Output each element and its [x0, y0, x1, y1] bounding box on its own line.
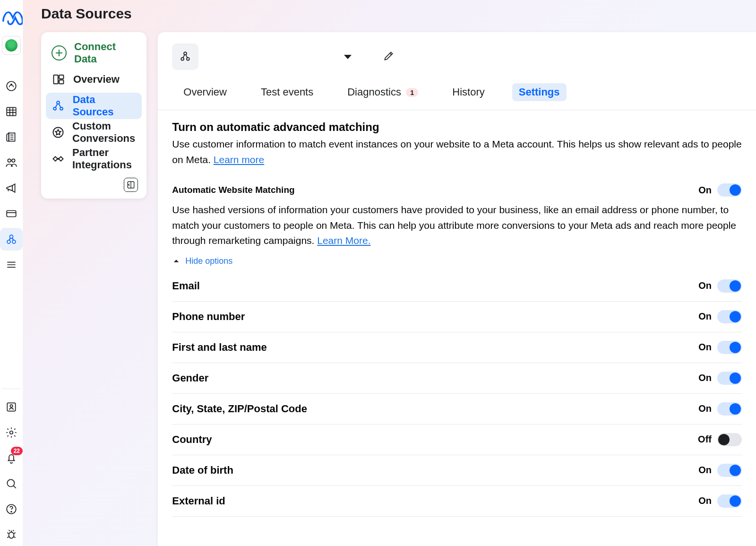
sidebar-item-label: Connect Data: [74, 41, 136, 65]
option-toggle-label: On: [698, 465, 712, 476]
option-row: City, State, ZIP/Postal CodeOn: [172, 394, 742, 425]
sidebar-item-label: Custom Conversions: [72, 120, 136, 145]
rail-events-icon[interactable]: [0, 228, 23, 251]
svg-rect-5: [7, 211, 16, 217]
svg-point-8: [12, 240, 16, 243]
option-toggle[interactable]: [717, 494, 742, 508]
rail-news-icon[interactable]: [0, 126, 23, 148]
svg-point-0: [7, 81, 16, 91]
sidebar-item-data-sources[interactable]: Data Sources: [46, 93, 142, 119]
option-label: City, State, ZIP/Postal Code: [172, 403, 307, 415]
svg-point-1: [11, 84, 12, 85]
matching-toggle[interactable]: [717, 183, 742, 197]
option-toggle[interactable]: [717, 433, 742, 446]
option-toggle-label: On: [698, 403, 712, 414]
option-row: Phone numberOn: [172, 302, 742, 332]
edit-button[interactable]: [383, 50, 395, 64]
option-row: GenderOn: [172, 363, 742, 394]
matching-subhead: Automatic Website Matching: [172, 185, 294, 195]
rail-bug-icon[interactable]: [0, 523, 23, 546]
option-toggle[interactable]: [717, 341, 742, 354]
section-subtitle: Use customer information to match event …: [172, 137, 742, 167]
svg-point-6: [10, 235, 13, 238]
dropdown-caret[interactable]: [344, 55, 352, 59]
rail-notifications-icon[interactable]: 22: [0, 447, 23, 469]
learn-more-link[interactable]: Learn more: [214, 154, 264, 165]
account-avatar[interactable]: [2, 36, 21, 55]
sidebar-item-custom-conversions[interactable]: Custom Conversions: [46, 119, 142, 146]
svg-point-11: [10, 431, 13, 434]
rail-table-icon[interactable]: [0, 100, 23, 123]
option-row: EmailOn: [172, 271, 742, 302]
overview-icon: [52, 72, 66, 87]
collapse-sidebar-button[interactable]: [124, 178, 138, 192]
pencil-icon: [383, 50, 395, 62]
tab-label: Test events: [261, 86, 313, 98]
plus-circle-icon: [52, 45, 67, 61]
meta-logo-icon[interactable]: [0, 7, 23, 29]
rail-search-icon[interactable]: [0, 472, 23, 495]
option-toggle[interactable]: [717, 402, 742, 416]
option-row: External idOn: [172, 486, 742, 517]
rail-menu-icon[interactable]: [0, 253, 23, 276]
tab-settings[interactable]: Settings: [512, 83, 567, 101]
tab-diagnostics[interactable]: Diagnostics1: [341, 83, 425, 101]
option-row: Date of birthOn: [172, 455, 742, 486]
option-label: Phone number: [172, 311, 245, 323]
option-label: First and last name: [172, 341, 267, 354]
option-toggle[interactable]: [717, 372, 742, 385]
svg-rect-16: [54, 75, 58, 84]
option-label: Gender: [172, 372, 208, 384]
svg-point-3: [8, 159, 11, 162]
star-circle-icon: [52, 125, 65, 139]
sidebar-item-connect-data[interactable]: Connect Data: [46, 40, 142, 66]
rail-megaphone-icon[interactable]: [0, 177, 23, 199]
tab-history[interactable]: History: [446, 83, 491, 101]
svg-point-14: [11, 511, 12, 512]
chevron-up-icon: [172, 257, 180, 265]
settings-content: Turn on automatic advanced matching Use …: [158, 110, 756, 546]
option-label: Date of birth: [172, 464, 233, 477]
svg-point-26: [187, 58, 189, 61]
svg-point-24: [184, 52, 187, 55]
option-row: CountryOff: [172, 425, 742, 455]
svg-point-10: [10, 405, 12, 407]
tab-count-badge: 1: [406, 88, 418, 97]
sidebar-item-partner-integrations[interactable]: Partner Integrations: [46, 146, 142, 172]
option-toggle-label: On: [698, 311, 712, 322]
tabs: Overview Test events Diagnostics1 Histor…: [158, 70, 756, 110]
rail-contact-icon[interactable]: [0, 396, 23, 418]
option-label: Country: [172, 433, 212, 446]
sidebar-item-label: Data Sources: [73, 94, 137, 118]
rail-dashboard-icon[interactable]: [0, 75, 23, 97]
option-label: External id: [172, 495, 225, 507]
option-row: First and last nameOn: [172, 332, 742, 363]
hide-options-toggle[interactable]: Hide options: [172, 256, 742, 266]
tab-overview[interactable]: Overview: [177, 83, 233, 101]
svg-point-12: [7, 479, 14, 486]
chevron-down-icon: [344, 55, 352, 59]
rail-help-icon[interactable]: [0, 498, 23, 520]
svg-rect-18: [59, 80, 63, 84]
hide-options-label: Hide options: [185, 256, 232, 266]
option-toggle[interactable]: [717, 279, 742, 293]
tab-label: Settings: [519, 86, 560, 98]
svg-point-15: [9, 532, 14, 538]
sidebar-item-label: Overview: [73, 73, 120, 86]
page-title: Data Sources: [23, 0, 756, 32]
pixel-selector-button[interactable]: [172, 43, 198, 70]
learn-more-link-2[interactable]: Learn More.: [317, 235, 370, 246]
option-toggle-label: On: [698, 280, 712, 291]
sidebar-card: Connect Data Overview Data Sources Custo…: [41, 32, 146, 199]
matching-toggle-label: On: [698, 185, 712, 196]
rail-card-icon[interactable]: [0, 202, 23, 225]
notification-badge: 22: [11, 447, 23, 455]
sidebar-item-overview[interactable]: Overview: [46, 66, 142, 93]
option-toggle[interactable]: [717, 310, 742, 323]
option-toggle[interactable]: [717, 464, 742, 477]
tab-test-events[interactable]: Test events: [254, 83, 320, 101]
svg-point-4: [12, 159, 15, 162]
rail-users-icon[interactable]: [0, 151, 23, 174]
left-rail: 22: [0, 0, 23, 546]
rail-settings-icon[interactable]: [0, 421, 23, 444]
